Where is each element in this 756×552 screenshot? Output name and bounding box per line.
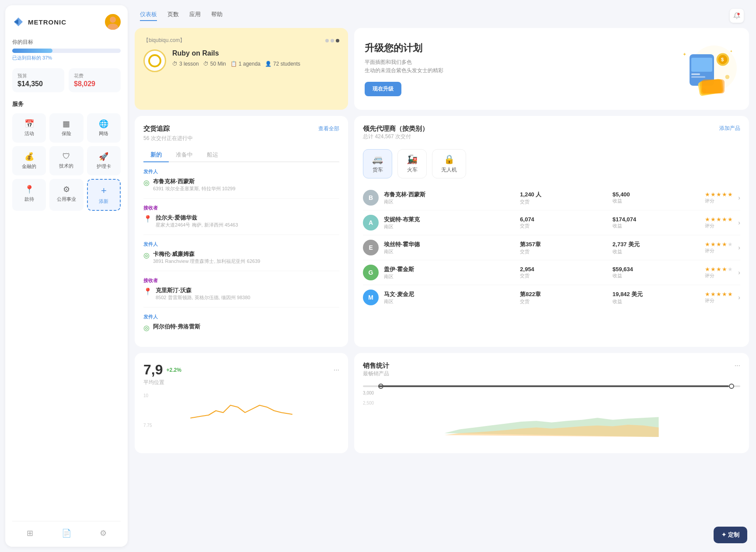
document-icon[interactable]: 📄 — [62, 528, 71, 538]
sidebar-footer: ⊞ 📄 ⚙ — [12, 521, 121, 538]
agent-revenue-label-1: 收益 — [613, 198, 700, 204]
location-green-icon: ◎ — [143, 178, 150, 187]
hospitality-icon: 📍 — [24, 185, 34, 194]
sender-name-1: 布鲁克林·西蒙斯 — [153, 178, 235, 185]
customize-button[interactable]: ✦ 定制 — [714, 527, 747, 543]
budget-label: 预算 — [17, 73, 59, 79]
svg-point-2 — [737, 13, 739, 15]
agent-arrow-5[interactable]: › — [738, 294, 740, 301]
goal-label: 你的目标 — [12, 38, 121, 46]
delivery-items: 发件人 ◎ 布鲁克林·西蒙斯 6391 埃尔全圣塞莱斯, 特拉华州 10299 … — [143, 168, 339, 338]
service-network[interactable]: 🌐 网络 — [87, 113, 121, 143]
sales-more-button[interactable]: ··· — [735, 362, 740, 370]
network-label: 网络 — [99, 130, 108, 137]
agent-tab-truck[interactable]: 🚐 货车 — [363, 149, 392, 178]
tab-shipping[interactable]: 船运 — [200, 148, 225, 162]
sender-name-2: 卡梅伦·威廉姆森 — [153, 250, 260, 258]
tab-new[interactable]: 新的 — [143, 148, 169, 162]
layers-icon[interactable]: ⊞ — [27, 528, 33, 538]
agent-stars-4: ★★★★★ — [705, 266, 733, 273]
svg-text:✦: ✦ — [683, 52, 686, 57]
sender-addr-1: 6391 埃尔全圣塞莱斯, 特拉华州 10299 — [153, 185, 235, 192]
user-avatar[interactable] — [105, 14, 121, 30]
upgrade-text: 升级您的计划 平面插图和我们多色 生动的未混合紫色头发女士的精彩 现在升级 — [365, 42, 443, 96]
delivery-tabs: 新的 准备中 船运 — [143, 148, 339, 162]
receiver-label-2: 接收者 — [143, 277, 339, 284]
agent-info-4: 盖伊·霍金斯 南区 — [384, 266, 515, 280]
sender-row-2: ◎ 卡梅伦·威廉姆森 3891 Ranchview 理查森博士, 加利福尼亚州 … — [143, 250, 339, 265]
delivery-view-all[interactable]: 查看全部 — [318, 125, 339, 133]
service-tech[interactable]: 🛡 技术的 — [49, 146, 83, 175]
budget-value: $14,350 — [17, 80, 59, 88]
agent-revenue-1: $5,400 收益 — [613, 191, 700, 204]
agent-row-4: G 盖伊·霍金斯 南区 2,954 交货 $59,634 收益 — [363, 260, 740, 285]
add-product-button[interactable]: 添加产品 — [719, 125, 740, 132]
agent-card: 领先代理商（按类别） 总计 424,567 次交付 添加产品 🚐 货车 🚂 火车… — [354, 116, 749, 347]
agent-arrow-2[interactable]: › — [738, 219, 740, 226]
delivery-title: 交货追踪 — [143, 125, 170, 133]
agent-avatar-5: M — [363, 290, 379, 305]
agent-info-3: 埃丝特·霍华德 南区 — [384, 241, 515, 255]
service-public[interactable]: ⚙ 公用事业 — [49, 179, 83, 211]
service-hospitality[interactable]: 📍 款待 — [12, 179, 46, 211]
receiver-row-2: 📍 克里斯汀·沃森 8502 普雷斯顿路, 英格尔伍德, 缅因州 98380 — [143, 286, 339, 301]
course-content: Ruby on Rails ⏱ 3 lesson ⏱ 50 Min 📋 1 a — [143, 49, 339, 72]
insurance-label: 保险 — [62, 130, 71, 137]
agent-trades-4: 2,954 交货 — [520, 266, 607, 279]
sales-subtitle: 最畅销产品 — [363, 370, 389, 377]
delivery-item-1: 发件人 ◎ 布鲁克林·西蒙斯 6391 埃尔全圣塞莱斯, 特拉华州 10299 — [143, 168, 339, 199]
finance-icon: 💰 — [24, 152, 34, 161]
avg-position-card: 7,9 +2.2% ··· 平均位置 10 7.75 — [135, 353, 348, 453]
nav-apps[interactable]: 应用 — [189, 10, 201, 21]
agent-arrow-3[interactable]: › — [738, 244, 740, 251]
upgrade-button[interactable]: 现在升级 — [365, 82, 401, 96]
agent-stars-3: ★★★★★ — [705, 241, 733, 248]
agent-rating-col-1: ★★★★★ 评分 — [705, 191, 733, 204]
range-thumb-right[interactable] — [729, 384, 734, 389]
notification-icon[interactable] — [730, 9, 744, 23]
agent-type-tabs: 🚐 货车 🚂 火车 🔒 无人机 — [363, 149, 740, 178]
service-insurance[interactable]: ▦ 保险 — [49, 113, 83, 143]
nav-pages[interactable]: 页数 — [167, 10, 179, 21]
logo-icon — [12, 16, 24, 28]
agent-revenue-val-5: 19,842 美元 — [613, 290, 700, 298]
agent-tab-drone[interactable]: 🔒 无人机 — [432, 149, 466, 178]
agent-rating-col-3: ★★★★★ 评分 — [705, 241, 733, 254]
service-finance[interactable]: 💰 金融的 — [12, 146, 46, 175]
nursing-label: 护理卡 — [97, 163, 111, 170]
sender-label-2: 发件人 — [143, 241, 339, 248]
delivery-item-5: 发件人 ◎ 阿尔伯特·弗洛雷斯 — [143, 314, 339, 338]
settings-icon[interactable]: ⚙ — [100, 528, 107, 538]
sender-label-3: 发件人 — [143, 314, 339, 320]
agent-avatar-4: G — [363, 265, 379, 280]
agent-trades-5: 第822章 交货 — [520, 290, 607, 305]
agent-rating-col-2: ★★★★★ 评分 — [705, 216, 733, 229]
app-name: METRONIC — [28, 18, 66, 26]
nav-dashboard[interactable]: 仪表板 — [140, 10, 157, 21]
agent-stars-5: ★★★★★ — [705, 291, 733, 297]
agent-revenue-3: 2,737 美元 收益 — [613, 241, 700, 255]
expense-label: 花费 — [74, 73, 115, 79]
service-add[interactable]: + 添新 — [87, 179, 121, 211]
tab-preparing[interactable]: 准备中 — [169, 148, 200, 162]
sender-info-1: 布鲁克林·西蒙斯 6391 埃尔全圣塞莱斯, 特拉华州 10299 — [153, 178, 235, 192]
agent-rating-label-4: 评分 — [705, 273, 733, 279]
course-url-dots — [325, 39, 339, 42]
agent-arrow-4[interactable]: › — [738, 269, 740, 276]
agent-revenue-2: $174,074 收益 — [613, 216, 700, 229]
sender-label-1: 发件人 — [143, 168, 339, 175]
avg-more-button[interactable]: ··· — [334, 366, 339, 374]
agent-row-3: E 埃丝特·霍华德 南区 第357章 交货 2,737 美元 收益 — [363, 235, 740, 260]
agent-arrow-1[interactable]: › — [738, 194, 740, 201]
agent-stars-1: ★★★★★ — [705, 191, 733, 198]
finance-label: 金融的 — [22, 163, 36, 170]
topnav: 仪表板 页数 应用 帮助 — [133, 5, 751, 28]
service-activity[interactable]: 📅 活动 — [12, 113, 46, 143]
service-nursing[interactable]: 🚀 护理卡 — [87, 146, 121, 175]
agent-region-3: 南区 — [384, 248, 515, 255]
agent-revenue-label-3: 收益 — [613, 248, 700, 255]
agent-title: 领先代理商（按类别） — [363, 125, 429, 133]
sender-name-3: 阿尔伯特·弗洛雷斯 — [153, 323, 200, 331]
nav-help[interactable]: 帮助 — [211, 10, 223, 21]
agent-tab-train[interactable]: 🚂 火车 — [397, 149, 427, 178]
